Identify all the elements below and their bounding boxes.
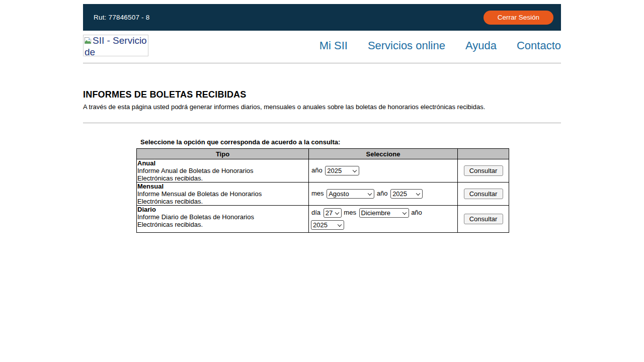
content-divider (83, 123, 561, 123)
broken-image-icon (85, 36, 92, 47)
logo-alt-text: SII - Servicio de (85, 35, 147, 56)
main-nav: Mi SII Servicios online Ayuda Contacto (319, 39, 561, 52)
monthly-consult-button[interactable]: Consultar (464, 189, 503, 199)
annual-year-select[interactable]: 2025 (325, 166, 359, 175)
daily-month-label: mes (344, 209, 356, 216)
row-type-label: Anual (137, 159, 307, 167)
daily-day-select[interactable]: 27 (324, 208, 342, 218)
nav-link-ayuda[interactable]: Ayuda (465, 39, 497, 52)
page-description: A través de esta página usted podrá gene… (83, 103, 561, 111)
monthly-month-label: mes (311, 190, 324, 197)
reports-table: Tipo Seleccione Anual Informe Anual de B… (136, 148, 509, 233)
rut-label: Rut: 77846507 - 8 (94, 14, 149, 21)
row-description: Informe Diario de Boletas de Honorarios … (137, 213, 272, 228)
header-row: SII - Servicio de Mi SII Servicios onlin… (83, 35, 561, 57)
row-type-label: Diario (137, 206, 307, 213)
table-prompt: Seleccione la opción que corresponda de … (140, 138, 561, 146)
row-description: Informe Anual de Boletas de Honorarios E… (137, 167, 272, 182)
header-divider (83, 63, 561, 63)
daily-year-select[interactable]: 2025 (311, 220, 344, 230)
monthly-year-select[interactable]: 2025 (390, 189, 423, 199)
monthly-year-label: año (377, 190, 388, 197)
daily-year-label: año (411, 209, 422, 216)
table-header-row: Tipo Seleccione (137, 149, 509, 159)
page-container: Rut: 77846507 - 8 Cerrar Sesión SII - Se… (83, 4, 561, 233)
daily-consult-button[interactable]: Consultar (464, 214, 503, 224)
monthly-month-select[interactable]: Agosto (327, 189, 374, 199)
nav-link-servicios-online[interactable]: Servicios online (368, 39, 445, 52)
logout-button[interactable]: Cerrar Sesión (484, 11, 553, 25)
table-row-diario: Diario Informe Diario de Boletas de Hono… (137, 206, 509, 233)
column-header-seleccione: Seleccione (309, 149, 458, 159)
annual-year-label: año (311, 166, 323, 174)
row-type-label: Mensual (137, 183, 307, 190)
nav-link-contacto[interactable]: Contacto (517, 39, 561, 52)
nav-link-mi-sii[interactable]: Mi SII (319, 39, 348, 52)
daily-month-select[interactable]: Diciembre (359, 208, 409, 218)
annual-consult-button[interactable]: Consultar (464, 165, 503, 176)
table-row-anual: Anual Informe Anual de Boletas de Honora… (137, 159, 509, 183)
column-header-tipo: Tipo (137, 149, 309, 159)
sii-logo-broken-image[interactable]: SII - Servicio de (83, 35, 148, 56)
row-description: Informe Mensual de Boletas de Honorarios… (137, 190, 272, 205)
consult-section: Seleccione la opción que corresponda de … (136, 138, 561, 233)
table-row-mensual: Mensual Informe Mensual de Boletas de Ho… (137, 183, 509, 206)
page-title: INFORMES DE BOLETAS RECIBIDAS (83, 89, 561, 100)
top-bar: Rut: 77846507 - 8 Cerrar Sesión (83, 4, 561, 31)
column-header-empty (458, 149, 509, 159)
daily-day-label: día (311, 209, 320, 216)
